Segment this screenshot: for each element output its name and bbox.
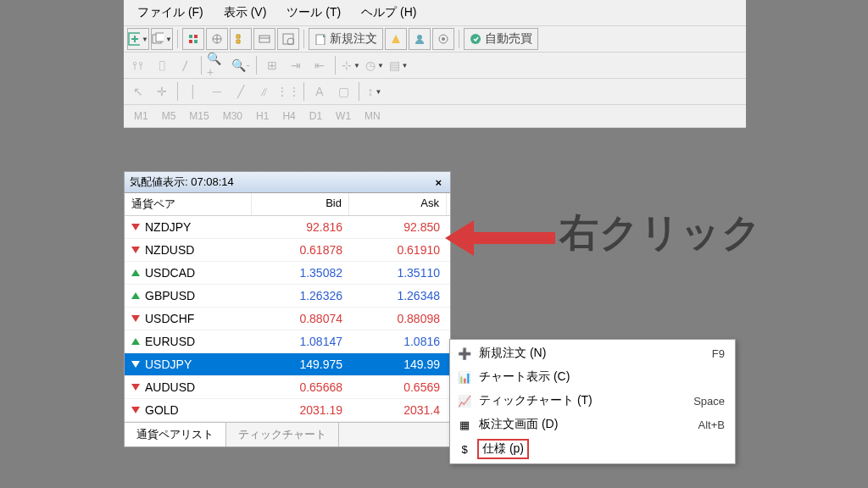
templates-icon[interactable]: ▤▼ <box>387 54 409 76</box>
timeframe-m1[interactable]: M1 <box>131 108 152 124</box>
timeframe-m5[interactable]: M5 <box>159 108 180 124</box>
symbol-cell: EURUSD <box>125 330 252 352</box>
auto-trade-button[interactable]: 自動売買 <box>464 28 538 50</box>
market-watch-title-bar[interactable]: 気配値表示: 07:08:14 × <box>125 172 450 193</box>
menu-file[interactable]: ファイル (F) <box>127 2 214 24</box>
arrows-icon[interactable]: ↕▼ <box>364 80 386 103</box>
register-icon[interactable] <box>409 28 431 50</box>
svg-rect-2 <box>156 33 164 42</box>
symbol-name: USDCAD <box>145 266 195 280</box>
symbol-row[interactable]: USDCHF0.880740.88098 <box>125 308 450 330</box>
metaquotes-icon[interactable] <box>385 28 407 50</box>
svg-point-12 <box>417 35 422 40</box>
timeframe-m30[interactable]: M30 <box>220 108 246 124</box>
symbol-cell: USDCAD <box>125 262 252 284</box>
menu-help[interactable]: ヘルプ (H) <box>351 2 426 24</box>
zoom-in-icon[interactable]: 🔍+ <box>206 54 228 76</box>
context-menu-item[interactable]: 📈ティックチャート (T)Space <box>452 389 733 413</box>
bid-cell: 2031.19 <box>252 399 349 421</box>
auto-trade-label: 自動売買 <box>485 31 532 47</box>
direction-down-icon <box>131 315 140 322</box>
annotation-text: 右クリック <box>559 207 762 259</box>
context-item-icon: 📈 <box>455 393 474 408</box>
timeframe-d1[interactable]: D1 <box>306 108 326 124</box>
symbol-cell: AUDUSD <box>125 376 252 398</box>
close-icon[interactable]: × <box>431 176 445 189</box>
symbol-row[interactable]: GOLD2031.192031.4 <box>125 399 450 422</box>
tab-tick-chart[interactable]: ティックチャート <box>226 423 339 446</box>
new-chart-icon[interactable]: ▼ <box>127 28 149 50</box>
shift-icon[interactable]: ⇥ <box>285 54 307 76</box>
ask-cell: 1.26348 <box>349 285 447 307</box>
fib-icon[interactable]: ⋮⋮ <box>277 80 299 103</box>
timeframe-m15[interactable]: M15 <box>186 108 212 124</box>
direction-up-icon <box>131 338 140 345</box>
candle-chart-icon[interactable]: ⌷ <box>151 54 173 76</box>
symbol-row[interactable]: NZDJPY92.81692.850 <box>125 216 450 239</box>
context-menu-item[interactable]: ▦板注文画面 (D)Alt+B <box>452 413 733 436</box>
symbol-name: NZDUSD <box>145 243 194 257</box>
symbol-row[interactable]: USDJPY149.975149.99 <box>125 353 450 376</box>
symbol-row[interactable]: EURUSD1.081471.0816 <box>125 330 450 353</box>
scroll-icon[interactable]: ⇤ <box>309 54 331 76</box>
context-menu-item[interactable]: $仕様 (p) <box>452 436 733 462</box>
symbol-name: GOLD <box>145 403 179 417</box>
cursor-icon[interactable]: ↖ <box>127 80 149 103</box>
symbol-row[interactable]: AUDUSD0.656680.6569 <box>125 376 450 399</box>
periods-icon[interactable]: ◷▼ <box>364 54 386 76</box>
header-symbol[interactable]: 通貨ペア <box>125 193 252 215</box>
context-menu-item[interactable]: ➕新規注文 (N)F9 <box>452 341 733 365</box>
menu-view[interactable]: 表示 (V) <box>214 2 277 24</box>
direction-down-icon <box>131 407 140 413</box>
direction-up-icon <box>131 292 140 299</box>
context-item-shortcut: F9 <box>712 347 725 360</box>
label-icon[interactable]: ▢ <box>332 80 354 103</box>
strategy-tester-icon[interactable] <box>277 28 299 50</box>
symbol-name: USDCHF <box>145 312 194 325</box>
zoom-out-icon[interactable]: 🔍- <box>230 54 252 76</box>
symbol-row[interactable]: NZDUSD0.618780.61910 <box>125 239 450 262</box>
symbol-cell: USDJPY <box>125 353 252 375</box>
app-window: ファイル (F) 表示 (V) ツール (T) ヘルプ (H) ▼ ▼ 新規注文… <box>124 0 746 128</box>
annotation-arrow <box>445 220 555 254</box>
line-chart-icon[interactable]: 〳 <box>175 54 197 76</box>
header-ask[interactable]: Ask <box>349 193 447 215</box>
bid-cell: 1.08147 <box>252 330 349 352</box>
symbol-row[interactable]: USDCAD1.350821.35110 <box>125 262 450 285</box>
navigator-toggle-icon[interactable] <box>230 28 252 50</box>
vline-icon[interactable]: │ <box>182 80 204 103</box>
hline-icon[interactable]: ─ <box>206 80 228 103</box>
toolbar-main: ▼ ▼ 新規注文 自動売買 <box>124 26 746 53</box>
symbol-row[interactable]: GBPUSD1.263261.26348 <box>125 285 450 308</box>
new-order-button[interactable]: 新規注文 <box>309 28 383 50</box>
crosshair-icon[interactable]: ✛ <box>151 80 173 103</box>
tab-symbol-list[interactable]: 通貨ペアリスト <box>125 423 226 446</box>
context-item-label: 板注文画面 (D) <box>479 417 698 432</box>
indicators-icon[interactable]: ⊹▼ <box>340 54 362 76</box>
chart-toggle-icon[interactable] <box>206 28 228 50</box>
terminal-toggle-icon[interactable] <box>253 28 275 50</box>
menu-tools[interactable]: ツール (T) <box>276 2 351 24</box>
direction-down-icon <box>131 384 140 391</box>
text-icon[interactable]: A <box>309 80 331 103</box>
profile-icon[interactable]: ▼ <box>151 28 173 50</box>
trendline-icon[interactable]: ╱ <box>230 80 252 103</box>
ask-cell: 0.88098 <box>349 308 447 330</box>
timeframe-h4[interactable]: H4 <box>279 108 298 124</box>
timeframe-h1[interactable]: H1 <box>253 108 272 124</box>
header-bid[interactable]: Bid <box>252 193 349 215</box>
signal-icon[interactable] <box>432 28 454 50</box>
context-item-label: 仕様 (p) <box>479 441 527 458</box>
market-watch-toggle-icon[interactable] <box>182 28 204 50</box>
context-menu-item[interactable]: 📊チャート表示 (C) <box>452 365 733 389</box>
context-item-shortcut: Alt+B <box>698 419 725 431</box>
bid-cell: 92.816 <box>252 216 349 238</box>
bar-chart-icon[interactable]: ⫯⫯ <box>127 54 149 76</box>
channel-icon[interactable]: ⫽ <box>253 80 275 103</box>
bid-cell: 1.35082 <box>252 262 349 284</box>
timeframe-mn[interactable]: MN <box>361 108 384 124</box>
timeframe-w1[interactable]: W1 <box>332 108 354 124</box>
tile-icon[interactable]: ⊞ <box>261 54 283 76</box>
ask-cell: 149.99 <box>349 353 447 375</box>
bid-cell: 1.26326 <box>252 285 349 307</box>
